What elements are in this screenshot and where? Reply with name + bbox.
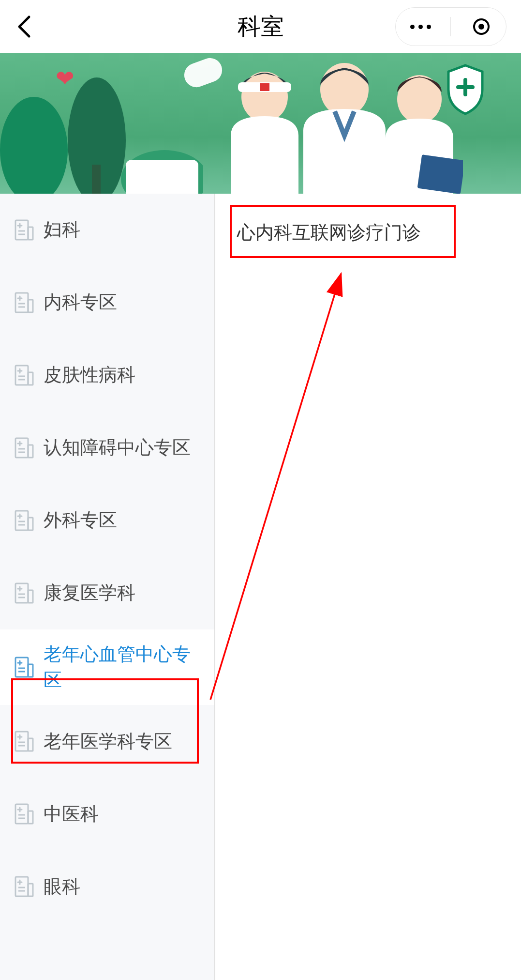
department-label: 皮肤性病科 — [44, 362, 135, 388]
sidebar-item[interactable]: 外科专区 — [0, 484, 214, 557]
svg-rect-36 — [15, 658, 28, 677]
department-icon — [15, 365, 34, 386]
svg-point-2 — [0, 97, 68, 194]
sidebar-item[interactable]: 内科专区 — [0, 266, 214, 339]
header-bar: 科室 — [0, 0, 521, 53]
department-icon — [15, 292, 34, 313]
heart-icon: ❤ — [56, 65, 74, 92]
svg-rect-43 — [28, 738, 33, 751]
svg-rect-8 — [260, 83, 269, 91]
svg-rect-48 — [15, 877, 28, 896]
department-icon — [15, 437, 34, 459]
miniprogram-capsule — [395, 7, 506, 46]
department-label: 内科专区 — [44, 290, 117, 315]
svg-rect-44 — [15, 804, 28, 824]
svg-rect-24 — [15, 438, 28, 458]
svg-rect-32 — [15, 583, 28, 603]
sidebar-item[interactable]: 老年医学科专区 — [0, 705, 214, 778]
sidebar-item[interactable]: 眼科 — [0, 850, 214, 923]
svg-rect-11 — [417, 154, 463, 194]
department-sidebar[interactable]: 妇科 内科专区 皮肤性病科 认知障碍中心专区 外科专区 康复医学科 老年心血 — [0, 194, 215, 980]
svg-rect-28 — [15, 511, 28, 530]
clinic-panel: 心内科互联网诊疗门诊 — [215, 194, 521, 980]
department-label: 中医科 — [44, 801, 99, 827]
back-button[interactable] — [15, 17, 34, 36]
svg-point-9 — [320, 63, 369, 116]
doctors-illustration — [211, 63, 463, 194]
department-label: 妇科 — [44, 217, 80, 243]
department-label: 认知障碍中心专区 — [44, 435, 191, 460]
svg-rect-51 — [28, 884, 33, 896]
department-icon — [15, 876, 34, 897]
svg-rect-23 — [28, 372, 33, 385]
department-icon — [15, 582, 34, 604]
svg-rect-31 — [28, 518, 33, 530]
banner-image: ❤ — [0, 53, 521, 194]
sidebar-item[interactable]: 老年心血管中心专区 — [0, 629, 214, 705]
department-icon — [15, 803, 34, 825]
svg-rect-47 — [28, 811, 33, 824]
sidebar-item[interactable]: 妇科 — [0, 194, 214, 266]
svg-rect-5 — [92, 165, 101, 194]
svg-rect-39 — [28, 664, 33, 677]
more-icon — [410, 25, 431, 29]
sidebar-item[interactable]: 认知障碍中心专区 — [0, 412, 214, 484]
sidebar-item[interactable]: 皮肤性病科 — [0, 339, 214, 412]
department-label: 老年心血管中心专区 — [44, 642, 200, 693]
svg-point-1 — [478, 24, 484, 30]
department-icon — [15, 657, 34, 678]
sidebar-item[interactable]: 康复医学科 — [0, 557, 214, 629]
target-icon — [473, 18, 490, 35]
department-label: 外科专区 — [44, 507, 117, 533]
menu-button[interactable] — [401, 25, 440, 29]
capsule-divider — [450, 17, 451, 36]
svg-rect-15 — [28, 227, 33, 240]
svg-rect-16 — [15, 293, 28, 312]
page-title: 科室 — [238, 11, 284, 42]
close-button[interactable] — [462, 18, 501, 35]
chevron-left-icon — [17, 15, 31, 39]
svg-rect-35 — [28, 590, 33, 603]
department-label: 老年医学科专区 — [44, 729, 172, 754]
department-label: 康复医学科 — [44, 580, 135, 606]
department-icon — [15, 219, 34, 241]
department-icon — [15, 510, 34, 531]
svg-rect-12 — [15, 220, 28, 240]
svg-rect-20 — [15, 366, 28, 385]
medical-box-illustration — [126, 160, 198, 194]
svg-rect-27 — [28, 445, 33, 458]
svg-rect-40 — [15, 732, 28, 751]
sidebar-item[interactable]: 中医科 — [0, 778, 214, 850]
svg-rect-19 — [28, 300, 33, 312]
content-area: 妇科 内科专区 皮肤性病科 认知障碍中心专区 外科专区 康复医学科 老年心血 — [0, 194, 521, 980]
clinic-item[interactable]: 心内科互联网诊疗门诊 — [230, 206, 506, 260]
department-icon — [15, 731, 34, 752]
department-label: 眼科 — [44, 874, 80, 900]
shield-icon — [444, 63, 487, 116]
